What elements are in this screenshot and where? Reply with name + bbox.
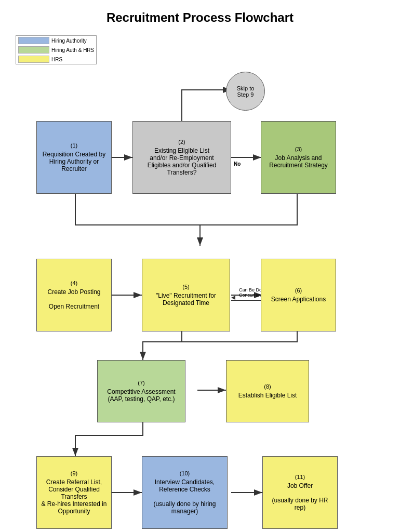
svg-marker-6 bbox=[231, 296, 235, 300]
label-no: No bbox=[234, 161, 241, 167]
node-2: (2) Existing Eligible List and/or Re-Emp… bbox=[132, 121, 231, 194]
node-5: (5) "Live" Recruitment for Designated Ti… bbox=[142, 259, 230, 331]
node-8: (8) Establish Eligible List bbox=[226, 360, 309, 422]
node-3: (3) Job Analysis and Recruitment Strateg… bbox=[261, 121, 336, 194]
node-skip: Skip to Step 9 bbox=[226, 72, 265, 111]
node-11: (11) Job Offer (usually done by HR rep) bbox=[262, 456, 338, 529]
flowchart: YES No Can Be DoneConcurrently Skip to S… bbox=[8, 30, 392, 498]
node-10: (10) Interview Candidates, Reference Che… bbox=[142, 456, 228, 529]
node-4: (4) Create Job Posting Open Recruitment bbox=[36, 259, 112, 331]
page-title: Recruitment Process Flowchart bbox=[0, 0, 400, 30]
node-6: (6) Screen Applications bbox=[261, 259, 336, 331]
node-1: (1) Requisition Created by Hiring Author… bbox=[36, 121, 112, 194]
node-7: (7) Competitive Assessment (AAP, testing… bbox=[97, 360, 185, 422]
node-9: (9) Create Referral List, Consider Quali… bbox=[36, 456, 112, 529]
